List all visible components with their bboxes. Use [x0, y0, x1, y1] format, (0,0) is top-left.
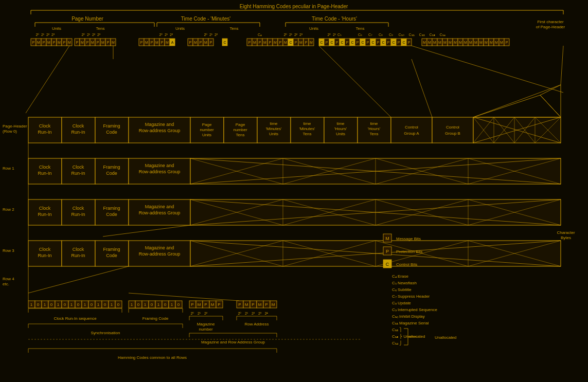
svg-text:C₇   Suppress Header: C₇ Suppress Header: [392, 294, 430, 299]
svg-text:M: M: [474, 41, 477, 44]
svg-text:Clock Run-In sequence: Clock Run-In sequence: [54, 316, 97, 321]
svg-text:2²: 2²: [46, 33, 50, 37]
svg-text:Protection Bits: Protection Bits: [396, 249, 423, 254]
svg-text:Tens: Tens: [236, 133, 245, 137]
svg-text:2²: 2²: [252, 312, 255, 315]
svg-text:P: P: [398, 41, 400, 44]
svg-text:C₁₄ ⎭: C₁₄ ⎭: [392, 340, 402, 345]
svg-text:C₁₀  Inhibit Display: C₁₀ Inhibit Display: [392, 314, 425, 319]
svg-text:P: P: [43, 41, 45, 44]
svg-text:2¹: 2¹: [245, 312, 248, 315]
svg-text:P: P: [218, 302, 220, 307]
svg-text:Framing Code: Framing Code: [142, 316, 169, 321]
svg-text:Magazine: Magazine: [197, 322, 215, 326]
svg-text:Run-In: Run-In: [38, 171, 51, 176]
svg-text:M: M: [145, 41, 148, 44]
svg-text:M: M: [194, 41, 197, 44]
svg-text:1: 1: [70, 302, 73, 307]
svg-text:2⁰: 2⁰: [36, 33, 40, 37]
svg-text:Control: Control: [446, 125, 459, 130]
svg-text:1: 1: [171, 302, 173, 307]
svg-text:P: P: [295, 41, 297, 44]
svg-text:Units: Units: [309, 26, 318, 31]
svg-text:P: P: [107, 41, 110, 44]
svg-text:M: M: [490, 41, 493, 44]
svg-text:C₈   Update: C₈ Update: [392, 301, 411, 305]
svg-text:2¹: 2¹: [41, 33, 45, 37]
svg-text:Clock: Clock: [39, 123, 51, 129]
svg-text:2⁰: 2⁰: [204, 33, 208, 37]
svg-text:P: P: [86, 41, 89, 44]
hamming-header-label: Eight Hamming Codes peculiar in Page-Hea…: [240, 4, 348, 9]
svg-text:M: M: [469, 41, 472, 44]
svg-text:C₆   Subtitle: C₆ Subtitle: [392, 287, 412, 292]
svg-text:C₁₄: C₁₄: [439, 33, 445, 37]
svg-text:M: M: [443, 41, 447, 44]
svg-text:1: 1: [157, 302, 160, 307]
svg-text:0: 0: [151, 302, 153, 307]
svg-text:Bytes: Bytes: [561, 235, 571, 240]
svg-text:P: P: [377, 41, 380, 44]
svg-text:C: C: [289, 41, 292, 44]
svg-text:Clock: Clock: [39, 247, 51, 252]
svg-text:Time Code - 'Hours': Time Code - 'Hours': [312, 16, 357, 22]
svg-text:2²: 2²: [294, 33, 298, 37]
svg-text:Row Address: Row Address: [244, 322, 269, 326]
svg-text:Clock: Clock: [39, 206, 51, 211]
svg-rect-253: [432, 117, 473, 143]
svg-text:M: M: [258, 302, 262, 307]
svg-text:M: M: [166, 41, 169, 44]
svg-text:Row 1: Row 1: [3, 166, 14, 171]
svg-text:Row 2: Row 2: [3, 207, 14, 212]
svg-text:P: P: [191, 302, 193, 307]
svg-text:M: M: [464, 41, 467, 44]
svg-text:P: P: [346, 41, 349, 44]
svg-text:Synchronisation: Synchronisation: [91, 331, 120, 335]
svg-text:Control Bits: Control Bits: [396, 262, 417, 267]
svg-text:M: M: [198, 302, 201, 307]
svg-text:P: P: [259, 41, 261, 44]
svg-text:Group B: Group B: [445, 131, 460, 136]
svg-text:C: C: [223, 41, 226, 44]
svg-text:P: P: [367, 41, 369, 44]
svg-text:Row-address Group: Row-address Group: [139, 169, 181, 174]
svg-text:C: C: [402, 41, 405, 44]
svg-text:Clock: Clock: [39, 165, 51, 170]
svg-text:M: M: [81, 41, 84, 44]
svg-text:2²: 2²: [215, 33, 218, 37]
svg-text:Tens: Tens: [356, 26, 365, 31]
svg-text:M: M: [433, 41, 436, 44]
svg-text:0: 0: [50, 302, 53, 307]
svg-text:P: P: [408, 41, 411, 44]
svg-text:M: M: [253, 41, 256, 44]
svg-text:Code: Code: [106, 253, 117, 258]
svg-text:Page Number: Page Number: [72, 16, 103, 22]
svg-text:time: time: [303, 121, 311, 126]
svg-rect-250: [391, 117, 432, 143]
svg-text:0: 0: [91, 302, 93, 307]
svg-text:C₄   Erase: C₄ Erase: [392, 274, 408, 279]
svg-text:'Hours': 'Hours': [334, 126, 347, 131]
svg-text:Run-In: Run-In: [38, 253, 51, 258]
svg-text:P: P: [97, 41, 99, 44]
svg-text:M: M: [495, 41, 498, 44]
svg-text:C₉   Interrupted Sequence: C₉ Interrupted Sequence: [392, 307, 437, 312]
svg-text:C₅   Newsflash: C₅ Newsflash: [392, 281, 417, 285]
svg-text:Unallocated: Unallocated: [435, 335, 456, 340]
svg-text:P: P: [248, 41, 251, 44]
svg-text:2⁰: 2⁰: [328, 33, 331, 37]
svg-text:A: A: [171, 41, 174, 44]
svg-text:M: M: [449, 41, 452, 44]
svg-text:1: 1: [111, 302, 113, 307]
svg-text:2³: 2³: [299, 33, 303, 37]
svg-text:C: C: [371, 41, 374, 44]
svg-text:M: M: [272, 302, 275, 307]
svg-text:M: M: [245, 302, 248, 307]
svg-text:C: C: [386, 262, 389, 267]
svg-text:Clock: Clock: [73, 247, 84, 252]
svg-text:Row-address Group: Row-address Group: [139, 128, 181, 133]
svg-text:Code: Code: [106, 212, 117, 217]
svg-text:Time Code - 'Minutes': Time Code - 'Minutes': [181, 16, 230, 22]
svg-text:2¹: 2¹: [333, 33, 336, 37]
svg-text:C₅: C₅: [337, 33, 342, 37]
